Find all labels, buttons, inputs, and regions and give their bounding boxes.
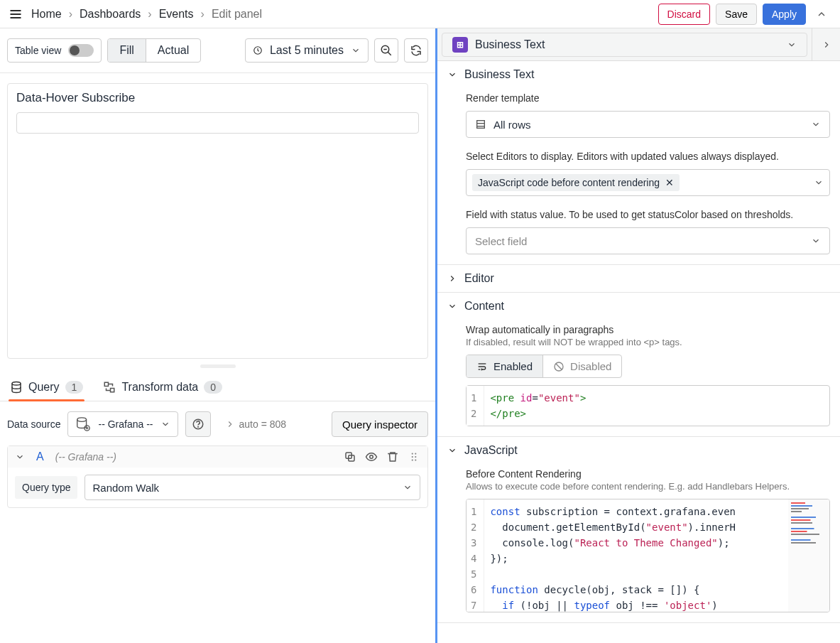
javascript-code-editor[interactable]: 1234567 const subscription = context.gra… <box>466 499 830 612</box>
breadcrumb-dashboards[interactable]: Dashboards <box>80 8 141 21</box>
svg-point-22 <box>415 459 416 460</box>
content-code-editor[interactable]: 12 <pre id="event"> </pre> <box>466 385 830 426</box>
visualization-picker[interactable]: ⊞ Business Text <box>442 33 807 57</box>
data-source-picker[interactable]: -- Grafana -- <box>67 411 178 437</box>
code-content[interactable]: <pre id="event"> </pre> <box>484 386 829 426</box>
tab-query[interactable]: Query 1 <box>9 375 84 401</box>
hamburger-menu-icon[interactable] <box>6 4 26 24</box>
status-field-select[interactable]: Select field <box>466 227 830 254</box>
editor-chip: JavaScript code before content rendering… <box>472 174 680 191</box>
transform-count-badge: 0 <box>204 381 222 394</box>
breadcrumb: Home › Dashboards › Events › Edit panel <box>31 8 262 21</box>
breadcrumb-current: Edit panel <box>212 8 262 21</box>
editors-multiselect[interactable]: JavaScript code before content rendering… <box>466 169 830 196</box>
breadcrumb-home[interactable]: Home <box>31 8 62 21</box>
data-source-name: -- Grafana -- <box>98 418 153 430</box>
trash-icon[interactable] <box>386 450 399 463</box>
tab-transform[interactable]: Transform data 0 <box>102 375 224 401</box>
code-minimap[interactable] <box>788 499 829 612</box>
svg-point-10 <box>77 418 87 422</box>
code-content[interactable]: const subscription = context.grafana.eve… <box>484 499 788 612</box>
render-template-label: Render template <box>466 92 830 104</box>
svg-point-7 <box>12 382 21 386</box>
save-button[interactable]: Save <box>716 4 757 25</box>
copy-icon[interactable] <box>344 450 356 463</box>
svg-rect-9 <box>111 389 114 392</box>
collapse-panel-icon[interactable] <box>812 4 831 24</box>
wrap-enabled-option[interactable]: Enabled <box>467 355 543 377</box>
query-ref-id[interactable]: A <box>36 450 44 463</box>
fill-option[interactable]: Fill <box>108 39 146 62</box>
table-view-toggle[interactable]: Table view <box>7 38 102 63</box>
svg-rect-8 <box>105 382 109 386</box>
data-source-label: Data source <box>7 418 60 430</box>
svg-point-19 <box>412 456 413 458</box>
section-editor[interactable]: Editor <box>437 265 840 292</box>
chevron-down-icon[interactable] <box>15 452 25 462</box>
time-range-label: Last 5 minutes <box>270 44 344 57</box>
query-type-label: Query type <box>15 476 77 499</box>
bcr-label: Before Content Rendering <box>466 468 830 480</box>
section-content[interactable]: Content <box>437 293 840 320</box>
svg-line-27 <box>556 364 562 369</box>
transform-icon <box>103 381 116 394</box>
table-view-label: Table view <box>15 45 61 56</box>
wrap-label: Wrap automatically in paragraphs <box>466 324 830 335</box>
panel-preview: Data-Hover Subscribe <box>7 83 428 359</box>
chevron-right-icon <box>447 274 457 283</box>
viz-name: Business Text <box>475 38 780 51</box>
section-javascript[interactable]: JavaScript <box>437 437 840 464</box>
query-ds-name: (-- Grafana --) <box>55 451 116 463</box>
wrap-radio-group: Enabled Disabled <box>466 355 622 378</box>
chevron-down-icon <box>447 445 457 455</box>
chevron-right-icon: › <box>69 8 72 21</box>
drag-handle-icon[interactable] <box>408 450 420 463</box>
svg-point-17 <box>412 453 413 454</box>
expand-options-icon[interactable] <box>812 28 840 60</box>
wrap-sublabel: If disabled, result will NOT be wrapped … <box>466 337 830 347</box>
tab-transform-label: Transform data <box>121 381 198 394</box>
grafana-ds-icon <box>75 416 91 432</box>
svg-line-5 <box>388 52 391 55</box>
code-gutter: 12 <box>467 386 484 426</box>
svg-rect-23 <box>477 121 485 129</box>
refresh-icon[interactable] <box>404 38 428 63</box>
rows-icon <box>475 119 486 130</box>
no-wrap-icon <box>553 361 564 372</box>
database-icon <box>10 381 23 394</box>
chevron-right-icon: › <box>148 8 151 21</box>
code-gutter: 1234567 <box>467 499 484 612</box>
svg-point-16 <box>370 455 373 459</box>
wrap-disabled-option[interactable]: Disabled <box>543 355 621 377</box>
svg-point-13 <box>197 426 198 427</box>
query-editor-row: A (-- Grafana --) Query type Random Walk <box>7 445 428 508</box>
breadcrumb-events[interactable]: Events <box>159 8 194 21</box>
vertical-resize-handle[interactable] <box>0 363 435 369</box>
panel-title: Data-Hover Subscribe <box>16 91 419 105</box>
svg-point-18 <box>415 453 416 454</box>
zoom-out-icon[interactable] <box>374 38 398 63</box>
query-count-badge: 1 <box>65 381 84 394</box>
toggle-switch[interactable] <box>68 44 94 57</box>
data-source-help-icon[interactable] <box>185 411 211 437</box>
actual-option[interactable]: Actual <box>146 39 200 62</box>
chevron-right-icon: › <box>201 8 204 21</box>
wrap-icon <box>476 361 488 372</box>
bcr-sublabel: Allows to execute code before content re… <box>466 481 830 492</box>
render-template-select[interactable]: All rows <box>466 111 830 138</box>
chevron-down-icon <box>447 301 457 311</box>
discard-button[interactable]: Discard <box>658 4 710 25</box>
fill-actual-segment: Fill Actual <box>107 38 201 63</box>
chip-remove-icon[interactable]: ✕ <box>665 177 674 188</box>
time-range-picker[interactable]: Last 5 minutes <box>245 38 369 63</box>
chevron-down-icon <box>447 70 457 80</box>
svg-point-20 <box>415 456 416 458</box>
status-field-label: Field with status value. To be used to g… <box>466 209 830 220</box>
query-inspector-button[interactable]: Query inspector <box>332 411 428 437</box>
query-options-summary[interactable]: auto = 808 <box>218 418 294 430</box>
query-type-select[interactable]: Random Walk <box>84 475 420 500</box>
svg-point-21 <box>412 459 413 460</box>
apply-button[interactable]: Apply <box>763 4 806 25</box>
section-business-text[interactable]: Business Text <box>437 61 840 88</box>
eye-icon[interactable] <box>365 450 378 463</box>
